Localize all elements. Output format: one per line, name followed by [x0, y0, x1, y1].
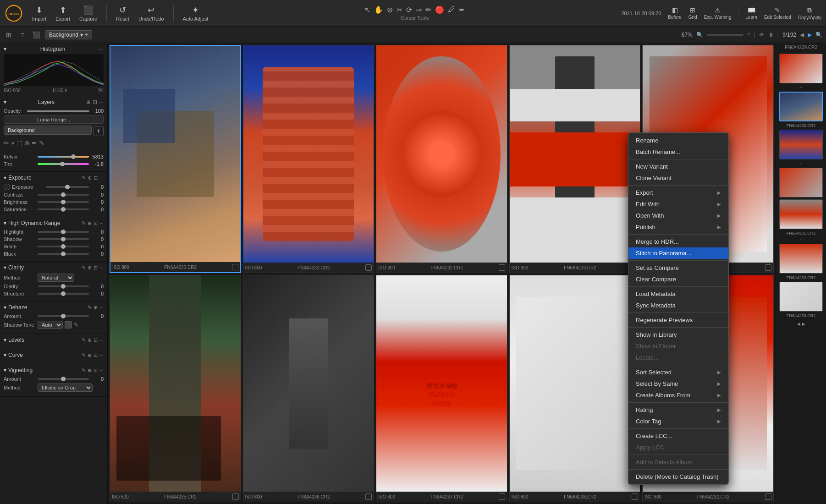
- filmstrip-view-icon[interactable]: ⬛: [31, 30, 41, 40]
- dehaze-edit-icon[interactable]: ✎: [88, 305, 92, 311]
- filmstrip-item-1[interactable]: [779, 54, 823, 83]
- menu-color-tag[interactable]: Color Tag ▶: [628, 416, 728, 427]
- vignetting-copy-icon[interactable]: ⊕: [88, 367, 92, 373]
- before-button[interactable]: ◧ Before: [668, 6, 681, 20]
- album-selector[interactable]: Background ▾ +: [45, 30, 92, 39]
- shadow-tone-color[interactable]: [65, 321, 72, 329]
- hdr-menu[interactable]: ···: [99, 220, 104, 226]
- menu-rename[interactable]: Rename: [628, 135, 728, 146]
- photo-checkbox-7[interactable]: [365, 493, 372, 500]
- photo-checkbox-1[interactable]: [232, 264, 238, 270]
- filmstrip-nav-right[interactable]: ▶: [802, 322, 805, 326]
- photo-cell-3[interactable]: ISO 800 FN6A4232.CR2: [376, 45, 507, 273]
- menu-sort-selected[interactable]: Sort Selected ▶: [628, 367, 728, 378]
- contrast-slider[interactable]: [38, 194, 89, 196]
- menu-regenerate-previews[interactable]: Regenerate Previews: [628, 314, 728, 326]
- exp-warning-button[interactable]: ⚠ Exp. Warning: [704, 6, 732, 20]
- menu-show-in-library[interactable]: Show in Library: [628, 329, 728, 340]
- navigate-left[interactable]: ◀: [800, 32, 804, 38]
- menu-clone-variant[interactable]: Clone Variant: [628, 172, 728, 184]
- cursor-tool-10[interactable]: ✒: [459, 5, 465, 14]
- copy-apply-button[interactable]: ⧉ Copy/Apply: [798, 6, 821, 20]
- tool-icon-1[interactable]: ✏: [4, 139, 9, 147]
- highlight-slider[interactable]: [38, 231, 89, 233]
- photo-checkbox-9[interactable]: [632, 493, 638, 500]
- curve-paste-icon[interactable]: ⊡: [94, 352, 98, 358]
- menu-export[interactable]: Export ▶: [628, 187, 728, 198]
- levels-menu[interactable]: ···: [99, 337, 104, 343]
- menu-create-albums-from[interactable]: Create Albums From ▶: [628, 389, 728, 401]
- vignetting-edit-icon[interactable]: ✎: [82, 367, 86, 373]
- clarity-copy-icon[interactable]: ⊕: [88, 265, 92, 271]
- filmstrip-item-3[interactable]: [779, 130, 823, 159]
- structure-slider[interactable]: [38, 293, 89, 295]
- tool-icon-4[interactable]: ⊕: [24, 139, 30, 147]
- menu-clear-compare[interactable]: Clear Compare: [628, 274, 728, 285]
- menu-open-with[interactable]: Open With ▶: [628, 210, 728, 221]
- grid-view-icon[interactable]: ⊞: [4, 30, 14, 40]
- shadow-tone-icon[interactable]: ✎: [74, 322, 78, 328]
- levels-paste-icon[interactable]: ⊡: [94, 337, 98, 343]
- menu-edit-with[interactable]: Edit With ▶: [628, 198, 728, 210]
- tool-icon-5[interactable]: ✒: [32, 139, 37, 147]
- dehaze-menu[interactable]: ···: [99, 305, 104, 311]
- photo-cell-7[interactable]: ISO 800 FN6A4236.CR2: [243, 275, 374, 502]
- photo-checkbox-5[interactable]: [765, 264, 771, 271]
- tint-slider[interactable]: [38, 163, 89, 165]
- layers-collapse-icon[interactable]: ▾: [4, 99, 6, 105]
- vignetting-amount-slider[interactable]: [38, 378, 89, 380]
- menu-delete[interactable]: Delete (Move to Catalog Trash): [628, 471, 728, 482]
- photo-cell-9[interactable]: ISO 800 FN6A4238.CR2: [509, 275, 641, 502]
- filmstrip-item-7[interactable]: [779, 282, 823, 312]
- exposure-copy-icon[interactable]: ⊕: [88, 175, 92, 181]
- levels-header[interactable]: ▾ Levels ✎ ⊕ ⊡ ···: [4, 337, 104, 343]
- photo-cell-4[interactable]: ISO 800 FN6A4233.CR2: [509, 45, 641, 273]
- filmstrip-item-4[interactable]: [779, 168, 823, 197]
- exposure-menu[interactable]: ···: [99, 175, 104, 181]
- menu-merge-hdr[interactable]: Merge to HDR...: [628, 236, 728, 247]
- photo-cell-8[interactable]: IT'S A WO ELF&CH SPIDE ISO 800 FN6A4237.…: [376, 275, 507, 502]
- layers-icon2[interactable]: ⊡: [93, 99, 97, 105]
- shadow-tone-select[interactable]: Auto: [38, 321, 63, 329]
- exposure-paste-icon[interactable]: ⊡: [94, 175, 98, 181]
- auto-adjust-button[interactable]: ✦ Auto Adjust: [183, 5, 209, 22]
- curve-menu[interactable]: ···: [99, 352, 104, 358]
- search-photos-icon[interactable]: 🔍: [815, 32, 822, 38]
- learn-button[interactable]: 📖 Learn: [745, 6, 757, 20]
- menu-batch-rename[interactable]: Batch Rename...: [628, 146, 728, 158]
- menu-rating[interactable]: Rating ▶: [628, 404, 728, 416]
- filmstrip-nav-left[interactable]: ◀: [797, 322, 800, 326]
- cursor-tool-9[interactable]: 🖊: [448, 5, 455, 14]
- hdr-copy-icon[interactable]: ⊕: [88, 220, 92, 226]
- brightness-slider[interactable]: [38, 201, 89, 203]
- photo-cell-1[interactable]: ISO 800 FN6A4230.CR2: [110, 45, 241, 273]
- import-button[interactable]: ⬇ Import: [32, 5, 46, 22]
- edit-selected-button[interactable]: ✎ Edit Selected: [764, 6, 791, 20]
- levels-copy-icon[interactable]: ⊕: [88, 337, 92, 343]
- curve-edit-icon[interactable]: ✎: [82, 352, 86, 358]
- dehaze-amount-slider[interactable]: [38, 315, 89, 317]
- black-slider[interactable]: [38, 253, 89, 255]
- cursor-tool-1[interactable]: ↖: [364, 5, 370, 14]
- exposure-slider[interactable]: [46, 186, 89, 188]
- album-add-icon[interactable]: +: [85, 32, 88, 38]
- layers-icon1[interactable]: ⊕: [86, 99, 91, 105]
- saturation-slider[interactable]: [38, 208, 89, 210]
- cursor-tool-5[interactable]: ⟳: [406, 5, 412, 14]
- photo-checkbox-10[interactable]: [765, 493, 771, 500]
- filmstrip-item-2[interactable]: [779, 92, 823, 121]
- add-layer-button[interactable]: +: [94, 126, 104, 136]
- photo-cell-2[interactable]: ISO 800 FN6A4231.CR2: [243, 45, 374, 273]
- vignetting-method-select[interactable]: Elliptic on Crop: [38, 383, 93, 392]
- pause-icon[interactable]: ⏸: [768, 32, 774, 38]
- menu-create-lcc[interactable]: Create LCC...: [628, 430, 728, 442]
- luma-range[interactable]: Luma Range...: [4, 115, 104, 124]
- clarity-header[interactable]: ▾ Clarity ✎ ⊕ ⊡ ···: [4, 264, 104, 271]
- list-view-icon[interactable]: ≡: [17, 30, 28, 40]
- grid-button[interactable]: ⊞ Grid: [688, 6, 697, 20]
- menu-new-variant[interactable]: New Variant: [628, 161, 728, 172]
- curve-header[interactable]: ▾ Curve ✎ ⊕ ⊡ ···: [4, 352, 104, 358]
- cursor-tool-8[interactable]: 🔴: [435, 5, 444, 14]
- histogram-menu[interactable]: ···: [99, 46, 104, 52]
- photo-checkbox-8[interactable]: [499, 493, 505, 500]
